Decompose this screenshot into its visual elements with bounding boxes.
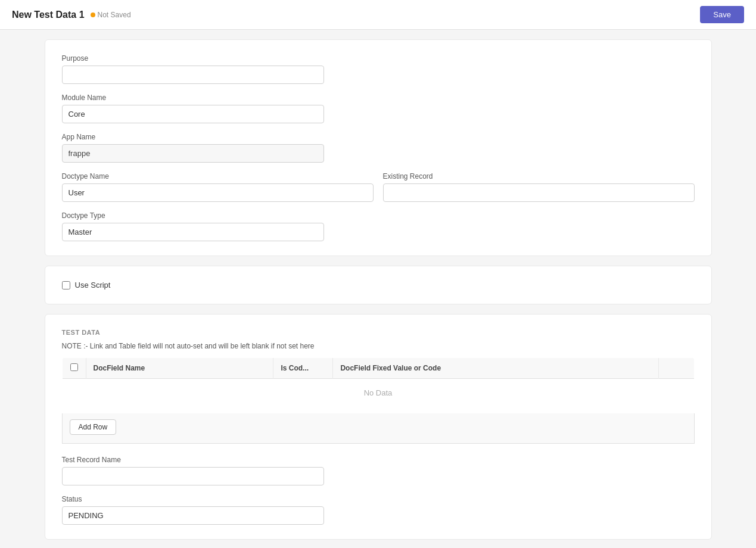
topbar: New Test Data 1 Not Saved Save bbox=[0, 0, 756, 30]
col-actions-header bbox=[658, 358, 694, 379]
script-card: Use Script bbox=[45, 266, 712, 304]
status-group: Status bbox=[62, 495, 324, 525]
doctype-existing-row: Doctype Name Existing Record bbox=[62, 172, 695, 211]
col-docfield-name-header: DocField Name bbox=[86, 358, 273, 379]
col-is-code-header: Is Cod... bbox=[273, 358, 333, 379]
use-script-row: Use Script bbox=[62, 281, 695, 289]
existing-record-input[interactable] bbox=[383, 183, 695, 202]
purpose-label: Purpose bbox=[62, 54, 324, 63]
no-data-cell: No Data bbox=[62, 379, 694, 407]
not-saved-badge: Not Saved bbox=[91, 11, 131, 19]
test-record-name-input[interactable] bbox=[62, 467, 324, 485]
purpose-group: Purpose bbox=[62, 54, 324, 84]
form-card: Purpose Module Name App Name Doctype Nam… bbox=[45, 39, 712, 256]
doctype-name-input[interactable] bbox=[62, 183, 374, 202]
col-checkbox-header bbox=[62, 358, 86, 379]
doctype-type-label: Doctype Type bbox=[62, 211, 324, 220]
app-name-label: App Name bbox=[62, 133, 324, 141]
add-row-button[interactable]: Add Row bbox=[70, 419, 117, 435]
module-name-input[interactable] bbox=[62, 105, 324, 123]
test-data-table: DocField Name Is Cod... DocField Fixed V… bbox=[62, 357, 695, 407]
test-data-card: TEST DATA NOTE :- Link and Table field w… bbox=[45, 314, 712, 540]
doctype-type-group: Doctype Type bbox=[62, 211, 324, 241]
doctype-name-label: Doctype Name bbox=[62, 172, 374, 180]
col-fixed-value-header: DocField Fixed Value or Code bbox=[333, 358, 658, 379]
select-all-checkbox[interactable] bbox=[70, 363, 78, 371]
page-title: New Test Data 1 bbox=[12, 10, 85, 20]
existing-record-label: Existing Record bbox=[383, 172, 695, 180]
existing-record-group: Existing Record bbox=[383, 172, 695, 211]
use-script-checkbox[interactable] bbox=[62, 281, 70, 289]
use-script-label[interactable]: Use Script bbox=[75, 281, 111, 289]
not-saved-label: Not Saved bbox=[98, 11, 131, 19]
test-record-name-group: Test Record Name bbox=[62, 456, 324, 485]
purpose-input[interactable] bbox=[62, 66, 324, 84]
add-row-wrapper: Add Row bbox=[62, 413, 695, 444]
doctype-type-input[interactable] bbox=[62, 223, 324, 241]
test-data-note: NOTE :- Link and Table field will not au… bbox=[62, 342, 695, 350]
status-label: Status bbox=[62, 495, 324, 503]
status-input[interactable] bbox=[62, 506, 324, 525]
topbar-left: New Test Data 1 Not Saved bbox=[12, 10, 131, 20]
module-name-group: Module Name bbox=[62, 94, 324, 123]
app-name-input[interactable] bbox=[62, 144, 324, 163]
table-header-row: DocField Name Is Cod... DocField Fixed V… bbox=[62, 358, 694, 379]
main-content: Purpose Module Name App Name Doctype Nam… bbox=[33, 39, 724, 540]
app-name-group: App Name bbox=[62, 133, 324, 163]
no-data-row: No Data bbox=[62, 379, 694, 407]
test-data-section-label: TEST DATA bbox=[62, 329, 695, 336]
save-button[interactable]: Save bbox=[700, 6, 744, 23]
not-saved-dot bbox=[91, 13, 95, 17]
test-record-name-label: Test Record Name bbox=[62, 456, 324, 464]
doctype-name-group: Doctype Name bbox=[62, 172, 374, 202]
module-name-label: Module Name bbox=[62, 94, 324, 102]
